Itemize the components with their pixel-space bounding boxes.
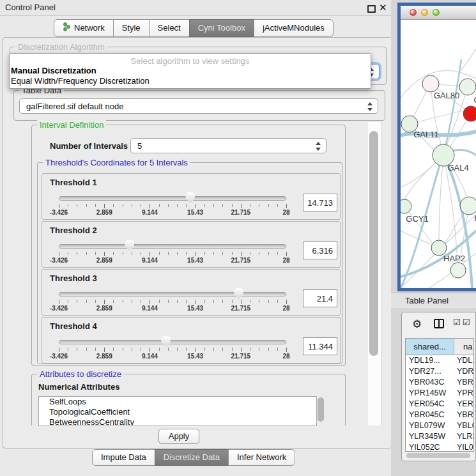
threshold-value-field[interactable]: 11.344 — [303, 337, 337, 355]
network-node-c[interactable] — [463, 106, 476, 121]
list-item-betweennesscentrality[interactable]: BetweennessCentrality — [39, 417, 316, 426]
tab-impute-data[interactable]: Impute Data — [92, 449, 155, 466]
tick-label: 9.144 — [142, 257, 158, 264]
tick-mark — [196, 300, 196, 304]
tab-discretize-data[interactable]: Discretize Data — [155, 449, 229, 466]
threshold-value-field[interactable]: 21.4 — [303, 289, 337, 307]
tab-jactivemnodules[interactable]: jActiveMNodules — [254, 19, 334, 37]
table-row[interactable]: YBL079WYBL0 — [406, 420, 473, 431]
column-header-shared-[interactable]: shared... — [406, 339, 454, 355]
slider-thumb[interactable] — [234, 288, 243, 299]
popup-hint: Select algorithm to view settings — [10, 54, 371, 66]
table-row[interactable]: YPR145WYPR1 — [406, 388, 473, 399]
tab-label: Network — [74, 23, 105, 33]
table-row[interactable]: YDR27...YDR2 — [406, 366, 473, 377]
list-item-topologicalcoefficient[interactable]: TopologicalCoefficient — [39, 407, 316, 417]
tick-mark — [168, 252, 169, 255]
tick-mark — [250, 252, 250, 255]
tick-mark — [113, 300, 114, 303]
tick-mark — [150, 348, 150, 352]
close-icon[interactable]: ✕ — [379, 2, 387, 13]
network-node-gcy1[interactable] — [401, 199, 411, 213]
tick-mark — [186, 348, 187, 351]
table-row[interactable]: YBR043CYBR0 — [406, 377, 473, 388]
slider-thumb[interactable] — [185, 192, 195, 203]
slider-thumb[interactable] — [125, 240, 134, 251]
tick-mark — [77, 204, 77, 207]
panel-scrollbar-track[interactable] — [367, 122, 382, 426]
list-scrollbar-thumb[interactable] — [318, 397, 324, 422]
threshold-slider-1[interactable] — [59, 195, 286, 201]
tab-label: Infer Network — [237, 452, 286, 462]
network-node-gal80[interactable] — [422, 75, 439, 92]
float-window-icon[interactable] — [367, 5, 376, 13]
algorithm-option-manual-discretization[interactable]: Manual Discretization — [10, 66, 371, 76]
tab-select[interactable]: Select — [149, 19, 190, 37]
column-header-na[interactable]: na — [454, 339, 473, 355]
checkbox-icon[interactable]: ☑ — [463, 318, 470, 327]
network-view-window[interactable]: GAL80GACGAL11GAL4GCY1HHAP2 — [397, 3, 476, 291]
node-table: shared...na YDL19...YDL1YDR27...YDR2YBR0… — [405, 338, 474, 452]
network-node-h[interactable] — [460, 197, 476, 215]
tick-mark — [286, 348, 287, 352]
network-node-ga[interactable] — [459, 79, 476, 95]
tick-label: -3.426 — [50, 305, 68, 312]
tab-style[interactable]: Style — [113, 19, 150, 37]
tick-mark — [123, 300, 123, 303]
num-intervals-value: 5 — [137, 141, 142, 151]
network-node[interactable] — [450, 263, 466, 278]
num-intervals-combobox[interactable]: 5 — [130, 138, 326, 153]
tick-mark — [204, 252, 205, 255]
tick-mark — [77, 300, 77, 303]
tick-label: 21.715 — [231, 257, 251, 264]
tab-label: Style — [122, 23, 141, 33]
threshold-slider-4[interactable] — [59, 339, 286, 345]
tick-mark — [232, 348, 233, 351]
table-row[interactable]: YBR045CYBR0 — [406, 410, 473, 420]
threshold-value-field[interactable]: 6.316 — [303, 242, 337, 259]
network-canvas[interactable]: GAL80GACGAL11GAL4GCY1HHAP2 — [401, 20, 476, 288]
tick-mark — [186, 204, 187, 207]
tick-label: 15.43 — [187, 257, 203, 264]
tab-network[interactable]: Network — [54, 19, 114, 37]
tick-label: 15.43 — [187, 305, 203, 312]
zoom-traffic-light-icon[interactable] — [433, 9, 440, 16]
apply-button[interactable]: Apply — [158, 429, 199, 444]
tick-mark — [95, 252, 96, 255]
tab-infer-network[interactable]: Infer Network — [228, 449, 295, 466]
table-hscrollbar-thumb[interactable] — [406, 453, 470, 458]
slider-ticks — [59, 300, 286, 305]
slider-thumb[interactable] — [161, 336, 171, 347]
table-row[interactable]: YDL19...YDL1 — [406, 355, 473, 366]
threshold-box-3: Threshold 3-3.4262.8599.14415.4321.71528… — [42, 269, 341, 316]
tick-mark — [168, 348, 169, 351]
tab-cyni-toolbox[interactable]: Cyni Toolbox — [189, 19, 254, 37]
threshold-value-field[interactable]: 14.713 — [303, 194, 337, 211]
threshold-slider-2[interactable] — [59, 243, 286, 249]
tick-mark — [232, 252, 233, 255]
tick-mark — [277, 348, 278, 351]
tick-mark — [268, 300, 269, 303]
network-window-titlebar — [401, 6, 476, 20]
algorithm-option-equal-width-frequency-discretization[interactable]: Equal Width/Frequency Discretization — [10, 76, 371, 86]
threshold-label: Threshold 4 — [50, 321, 97, 331]
gear-icon[interactable]: ⚙ — [412, 318, 422, 330]
table-row[interactable]: YIL052CYIL0 — [406, 442, 473, 452]
close-traffic-light-icon[interactable] — [410, 9, 417, 16]
tick-mark — [241, 300, 242, 304]
tick-mark — [241, 204, 242, 208]
tick-label: -3.426 — [50, 353, 68, 360]
slider-track — [59, 244, 286, 249]
list-item-selfloops[interactable]: SelfLoops — [39, 397, 316, 407]
panel-scrollbar-thumb[interactable] — [369, 131, 378, 356]
threshold-slider-3[interactable] — [59, 291, 286, 297]
minimize-traffic-light-icon[interactable] — [421, 9, 428, 16]
tick-mark — [204, 348, 205, 351]
tick-mark — [277, 252, 278, 255]
numerical-attributes-list[interactable]: SelfLoopsTopologicalCoefficientBetweenne… — [38, 396, 317, 426]
table-row[interactable]: YER054CYER0 — [406, 399, 473, 410]
columns-icon[interactable] — [434, 319, 444, 328]
table-data-combobox[interactable]: galFiltered.sif default node — [19, 98, 378, 114]
table-row[interactable]: YLR345WYLR3 — [406, 431, 473, 442]
checkbox-icon[interactable]: ☑ — [453, 318, 461, 327]
